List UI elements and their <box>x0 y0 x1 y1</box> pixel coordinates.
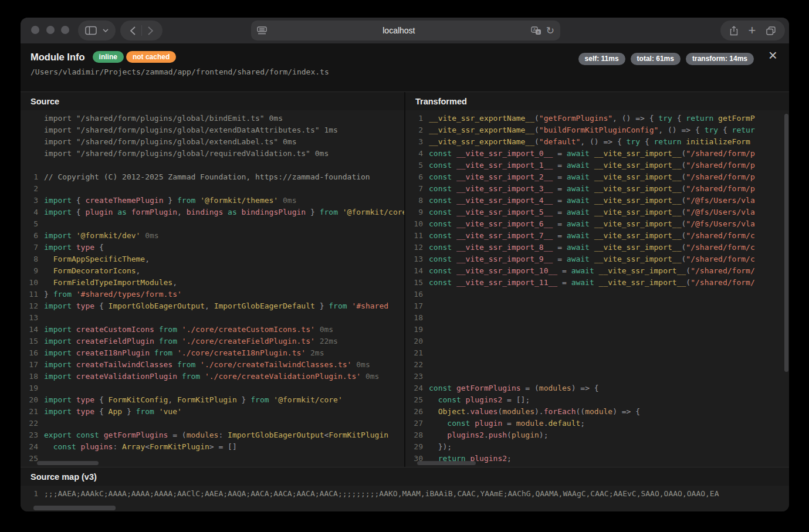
code-token: const <box>429 196 452 205</box>
code-token: { <box>672 114 686 123</box>
module-link[interactable]: "/@fs/Users/vla <box>686 219 754 228</box>
code-token: FormFieldTypeImportModules <box>44 278 172 287</box>
module-path: /Users/vladimir/Projects/zammad/app/fron… <box>31 67 789 76</box>
code-line: 4const __vite_ssr_import_0__ = await __v… <box>405 148 789 160</box>
code-token: ( <box>686 278 690 287</box>
code-token: = <box>502 419 516 428</box>
module-link[interactable]: "/shared/form/ <box>690 266 755 275</box>
code-token: const <box>429 184 452 193</box>
code-token: ; <box>580 419 585 428</box>
vertical-scrollbar-thumb[interactable] <box>784 114 788 372</box>
code-token: } <box>164 196 177 205</box>
module-info-header: Module Info inlinenot cached /Users/vlad… <box>21 43 789 92</box>
code-token: }); <box>429 442 452 451</box>
traffic-light-close-button[interactable] <box>31 26 39 34</box>
code-token: import "/shared/form/plugins/global/exte… <box>44 137 296 146</box>
module-link[interactable]: "/@fs/Users/vla <box>686 208 754 216</box>
module-link[interactable]: '#shared <box>347 301 388 310</box>
close-button[interactable]: × <box>765 47 781 63</box>
code-line: 5const __vite_ssr_import_1__ = await __v… <box>405 160 789 171</box>
module-link[interactable]: "/shared/form/c <box>686 243 754 252</box>
code-token: import "/shared/form/plugins/global/exte… <box>44 126 338 134</box>
traffic-light-minimize-button[interactable] <box>46 26 55 34</box>
horizontal-scrollbar-thumb[interactable] <box>37 461 99 465</box>
code-token: import <box>44 360 72 369</box>
code-token: await <box>567 149 590 158</box>
share-icon[interactable] <box>730 26 738 36</box>
code-line: import "/shared/form/plugins/global/requ… <box>21 148 404 160</box>
module-link[interactable]: "default" <box>539 137 580 146</box>
module-link[interactable]: "/shared/form/p <box>686 172 754 181</box>
module-link[interactable]: "/shared/form/p <box>686 149 754 158</box>
code-token: { <box>718 126 732 134</box>
code-token: from <box>136 407 154 416</box>
code-token: // Copyright (C) 2012-2025 Zammad Founda… <box>44 172 370 181</box>
module-link[interactable]: './core/createI18nPlugin.ts' <box>172 348 306 357</box>
module-link[interactable]: "buildFormKitPluginConfig" <box>539 126 659 134</box>
module-link[interactable]: "/shared/form/c <box>686 231 754 240</box>
code-token: import <box>44 208 72 216</box>
code-token: await <box>567 208 590 216</box>
code-token: createValidationPlugin <box>72 372 177 381</box>
module-link[interactable]: './core/createValidationPlugin.ts' <box>200 372 361 381</box>
reader-icon[interactable] <box>257 26 267 35</box>
code-line: 28 plugins2.push(plugin); <box>405 429 789 441</box>
module-link[interactable]: './core/createTailwindClasses.ts' <box>195 360 351 369</box>
code-token: , () => { <box>580 137 626 146</box>
code-token: '@formkit/dev' <box>72 231 140 240</box>
code-token: await <box>571 278 594 287</box>
module-link[interactable]: "/shared/form/p <box>686 184 754 193</box>
module-link[interactable]: "/shared/form/c <box>686 255 754 263</box>
line-number: 23 <box>21 429 44 441</box>
module-link[interactable]: '#shared/types/form.ts' <box>72 290 182 299</box>
module-link[interactable]: './core/createCustomIcons.ts' <box>177 325 315 334</box>
module-link[interactable]: "/shared/form/ <box>690 278 755 287</box>
module-link[interactable]: "/@fs/Users/vla <box>686 196 754 205</box>
code-line: 13 <box>21 312 404 324</box>
forward-button[interactable] <box>148 26 153 35</box>
code-token: bindings <box>187 208 224 216</box>
back-button[interactable] <box>130 26 136 35</box>
code-token: ) => { <box>612 407 640 416</box>
url-bar[interactable]: localhost A a ↻ <box>251 21 560 40</box>
timing-pill-group: self: 11mstotal: 61mstransform: 14ms <box>578 53 754 65</box>
code-token: import <box>44 348 72 357</box>
line-number: 17 <box>21 359 44 371</box>
code-token: = []; <box>502 395 530 404</box>
code-token: plugin <box>470 419 502 428</box>
new-tab-icon[interactable]: + <box>749 24 756 37</box>
reload-icon[interactable]: ↻ <box>546 25 554 37</box>
code-token: values <box>470 407 497 416</box>
line-number: 9 <box>405 206 429 218</box>
line-number: 17 <box>405 300 429 312</box>
module-link[interactable]: './core/createFieldPlugin.ts' <box>177 337 315 345</box>
url-text[interactable]: localhost <box>267 26 531 35</box>
module-link[interactable]: "getFormPlugins" <box>539 114 612 123</box>
code-token: : <box>218 431 228 439</box>
line-number: 24 <box>21 441 44 453</box>
line-number: 15 <box>405 277 429 289</box>
horizontal-scrollbar-thumb[interactable] <box>33 506 116 510</box>
tabs-overview-icon[interactable] <box>766 26 776 35</box>
code-token: ( <box>534 126 539 134</box>
code-token: await <box>567 161 590 170</box>
code-token: . <box>484 431 489 439</box>
module-link[interactable]: "/shared/form/p <box>686 161 754 170</box>
code-token: , <box>177 208 187 216</box>
translate-icon[interactable]: A a <box>531 26 541 35</box>
line-number: 2 <box>405 124 429 136</box>
code-token: from <box>172 360 195 369</box>
code-line: 14import createCustomIcons from './core/… <box>21 324 404 336</box>
line-number: 8 <box>21 253 44 265</box>
code-token: import <box>44 325 72 334</box>
chevron-down-icon[interactable] <box>103 29 109 32</box>
horizontal-scrollbar-thumb[interactable] <box>417 461 476 465</box>
line-number: 12 <box>405 242 429 253</box>
code-token: const <box>429 278 452 287</box>
code-token: FormKitPlugin <box>329 431 388 439</box>
sidebar-icon[interactable] <box>85 26 97 35</box>
code-token: __vite_ssr_import__ <box>590 184 682 193</box>
code-token: = ( <box>168 431 186 439</box>
traffic-light-zoom-button[interactable] <box>61 26 69 34</box>
code-token: = <box>553 172 566 181</box>
